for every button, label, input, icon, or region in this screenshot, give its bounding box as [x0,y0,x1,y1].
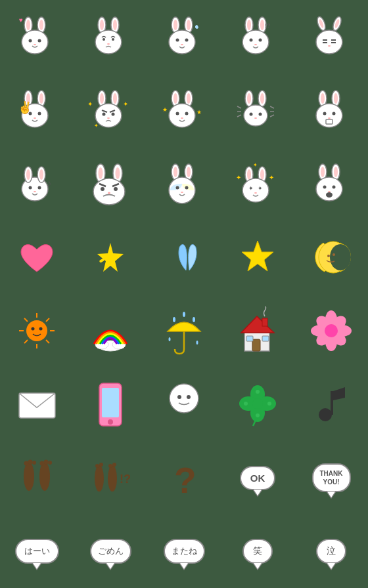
svg-text:✦: ✦ [258,185,263,192]
sticker-4[interactable]: !? [221,0,294,74]
sticker-question[interactable]: ? [147,441,221,514]
warai-text: 笑 [242,539,273,564]
ok-bubble-text: OK [240,466,276,490]
sticker-heart[interactable] [0,220,74,294]
svg-point-164 [183,312,185,317]
sticker-10[interactable] [294,74,368,147]
svg-point-120 [185,186,189,190]
svg-point-43 [328,45,331,47]
sticker-rainbow[interactable] [74,294,147,368]
svg-point-213 [108,464,112,468]
svg-point-140 [328,191,331,192]
sticker-9[interactable] [221,74,294,147]
sticker-15[interactable] [294,147,368,220]
sticker-7[interactable]: ✦ ✦ ✦ [74,74,147,147]
svg-point-10 [100,20,104,30]
svg-rect-185 [102,388,119,417]
svg-point-83 [260,93,264,104]
sticker-hai-bubble[interactable]: はーい [0,514,74,588]
svg-point-211 [95,464,99,468]
svg-text:♥: ♥ [19,16,23,24]
svg-marker-169 [241,316,274,333]
sticker-leaf[interactable] [147,220,221,294]
sticker-music-note[interactable] [294,368,368,441]
thankyou-bubble-text: THANKYOU! [312,463,351,492]
sticker-2[interactable] [74,0,147,74]
svg-point-159 [39,327,42,331]
svg-point-117 [187,167,191,177]
sticker-thankyou-bubble[interactable]: THANKYOU! [294,441,368,514]
svg-point-187 [170,384,198,413]
svg-point-24 [181,44,183,45]
svg-text:★: ★ [196,109,202,116]
sticker-gomen-bubble[interactable]: ごめん [74,514,147,588]
svg-rect-171 [252,339,260,351]
sticker-feet-question[interactable]: !? [74,441,147,514]
svg-point-126 [247,169,251,180]
svg-text:✦: ✦ [94,123,99,129]
svg-point-138 [323,186,327,189]
sticker-warai-bubble[interactable]: 笑 [221,514,294,588]
svg-point-16 [107,43,110,45]
sticker-12[interactable] [74,147,147,220]
svg-point-198 [267,402,271,406]
svg-point-197 [244,402,248,406]
sticker-13[interactable] [147,147,221,220]
sticker-1[interactable]: ♥ [0,0,74,74]
svg-point-29 [242,30,269,54]
svg-point-50 [29,112,32,116]
sticker-clover[interactable] [221,368,294,441]
sticker-star[interactable] [221,220,294,294]
svg-point-119 [176,186,179,190]
sticker-ghost[interactable] [147,368,221,441]
sticker-flower[interactable] [294,294,368,368]
svg-point-118 [169,177,195,203]
sticker-matane-bubble[interactable]: またね [147,514,221,588]
sticker-3[interactable] [147,0,221,74]
svg-text:✦: ✦ [269,174,274,181]
sticker-11[interactable]: ♪ [0,147,74,220]
svg-point-20 [187,20,191,30]
svg-point-14 [103,38,105,41]
sticker-envelope[interactable] [0,368,74,441]
svg-point-141 [326,192,333,198]
sticker-umbrella[interactable] [147,294,221,368]
svg-point-136 [334,167,338,177]
svg-point-212 [99,463,103,467]
svg-text:✦: ✦ [253,162,258,168]
svg-point-38 [316,30,342,54]
svg-point-105 [34,191,36,192]
svg-line-154 [24,318,28,322]
sticker-sun-bug[interactable] [0,294,74,368]
svg-point-195 [256,390,260,394]
sticker-14[interactable]: ✦ ✦ ✦ ✦ ✦ [221,147,294,220]
sticker-sparkles[interactable] [74,220,147,294]
sticker-phone[interactable] [74,368,147,441]
svg-rect-172 [246,336,253,341]
svg-line-77 [270,106,274,108]
sticker-feet-1[interactable] [0,441,74,514]
svg-point-2 [26,20,30,30]
svg-point-47 [39,93,43,104]
svg-point-6 [29,39,32,43]
sticker-8[interactable]: ★ ★ [147,74,221,147]
svg-point-56 [113,93,117,104]
svg-point-104 [38,186,41,190]
svg-point-99 [26,169,30,180]
svg-point-205 [32,461,36,465]
sticker-6[interactable]: ✌ [0,74,74,147]
sticker-ok-bubble[interactable]: OK [221,441,294,514]
svg-point-103 [29,186,32,190]
svg-point-204 [28,459,32,464]
svg-point-139 [333,186,336,189]
sticker-moon[interactable] [294,220,368,294]
svg-point-188 [177,395,181,399]
sticker-5[interactable] [294,0,368,74]
svg-point-72 [185,112,189,116]
sticker-naki-bubble[interactable]: 泣 [294,514,368,588]
svg-point-113 [108,192,110,194]
svg-point-31 [250,39,253,42]
svg-point-23 [185,39,189,42]
svg-point-84 [244,105,267,126]
sticker-house[interactable] [221,294,294,368]
